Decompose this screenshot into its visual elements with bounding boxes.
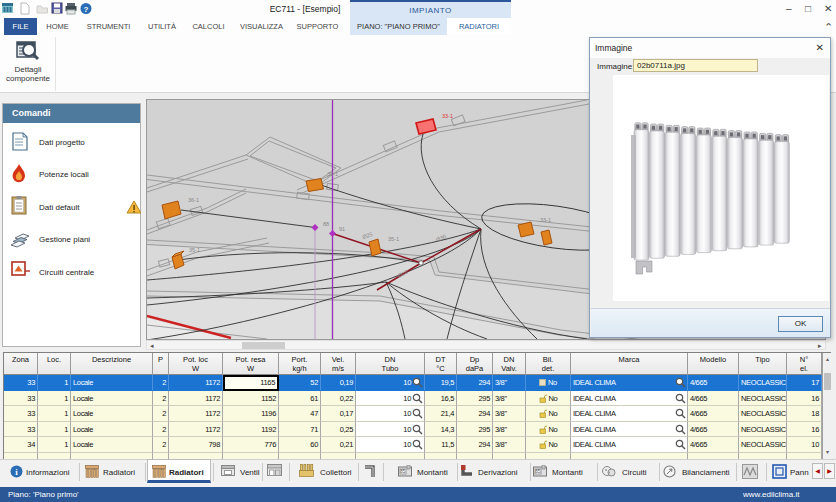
svg-text:?: ? (84, 5, 89, 14)
svg-text:35-1: 35-1 (388, 236, 399, 242)
svg-text:33-1: 33-1 (442, 113, 453, 119)
svg-text:85: 85 (400, 469, 406, 474)
svg-text:Ø30: Ø30 (435, 233, 447, 243)
svg-text:36-1: 36-1 (188, 197, 199, 203)
svg-text:Ø25: Ø25 (361, 231, 373, 240)
svg-text:35-1: 35-1 (189, 247, 200, 253)
svg-text:88: 88 (323, 221, 329, 227)
svg-text:91: 91 (339, 226, 345, 232)
svg-text:85: 85 (535, 469, 541, 474)
svg-text:33-1: 33-1 (540, 217, 551, 223)
svg-text:38-1: 38-1 (327, 171, 338, 177)
